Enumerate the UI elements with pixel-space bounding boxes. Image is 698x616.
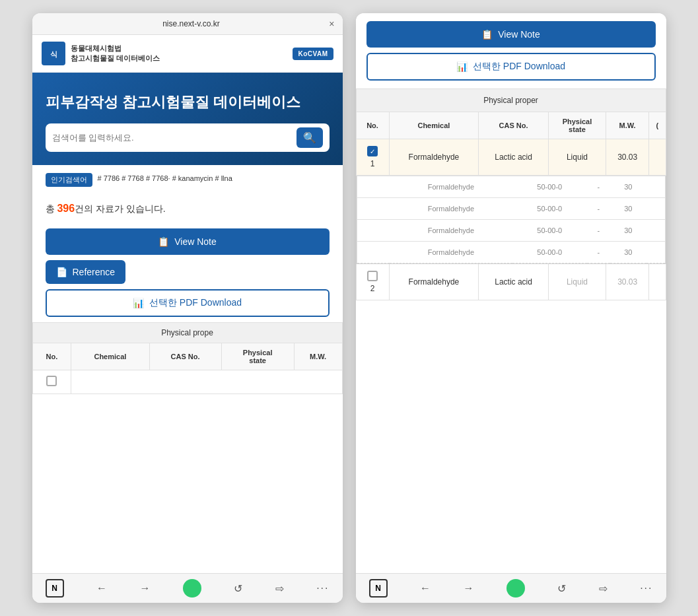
- right-sub-rows-container: Formaldehyde 50-00-0 - 30 Formaldehyde 5…: [356, 176, 666, 264]
- right-table-row-1: ✓ 1 Formaldehyde Lactic acid Liquid 30.0…: [356, 139, 666, 176]
- nav-share-button[interactable]: ⇨: [275, 582, 284, 595]
- right-bottom-nav: N ← → ↺ ⇨ ···: [356, 573, 666, 603]
- right-row2-checkbox[interactable]: [367, 271, 378, 281]
- note-icon: 📋: [158, 236, 169, 247]
- total-count: 총 396건의 자료가 있습니다.: [32, 195, 343, 223]
- right-phone: 📋 View Note 📊 선택한 PDF Download Physical …: [356, 13, 666, 603]
- row-checkbox[interactable]: [46, 376, 57, 386]
- pdf-icon: 📊: [133, 298, 144, 308]
- right-nav-forward-button[interactable]: →: [463, 582, 473, 594]
- right-col-no: No.: [356, 112, 389, 139]
- nav-n-button[interactable]: N: [46, 579, 64, 598]
- sub2-ps: -: [587, 198, 610, 220]
- logo-icon: 식: [42, 42, 65, 65]
- browser-url: nise.next-v.co.kr: [162, 19, 219, 28]
- browser-bar: nise.next-v.co.kr ×: [32, 13, 343, 35]
- right-table-row-2: 2 Formaldehyde Lactic acid Liquid 30.03: [356, 264, 666, 300]
- right-nav-share-button[interactable]: ⇨: [599, 582, 608, 595]
- search-input[interactable]: [52, 133, 291, 143]
- col-physical-state: Physicalstate: [221, 343, 294, 370]
- table-row: [32, 370, 342, 394]
- right-row2-chemical: Formaldehyde: [389, 264, 479, 300]
- sub2-cas: 50-00-0: [512, 198, 587, 220]
- right-col-chemical: Chemical: [389, 112, 479, 139]
- site-header-left: 식 동물대체시험법 참고시험물질 데이터베이스: [42, 42, 160, 65]
- right-sub-row-2: Formaldehyde 50-00-0 - 30: [357, 198, 665, 220]
- sub3-chemical: Formaldehyde: [390, 220, 512, 242]
- right-table-wrapper: Physical proper No. Chemical CAS No. Phy…: [356, 88, 666, 573]
- right-row2-cas: Lactic acid: [479, 264, 549, 300]
- nav-reload-button[interactable]: ↺: [234, 582, 242, 595]
- sub3-mw: 30: [610, 220, 646, 242]
- right-nav-home-button[interactable]: [506, 579, 525, 598]
- popular-label[interactable]: 인기검색어: [46, 173, 92, 187]
- nav-home-button[interactable]: [183, 579, 201, 598]
- col-cas: CAS No.: [149, 343, 221, 370]
- right-row2-physical-state: Liquid: [548, 264, 606, 300]
- right-col-physical-state: Physicalstate: [548, 112, 606, 139]
- right-row1-no: ✓ 1: [356, 139, 389, 176]
- sub1-ps: -: [587, 176, 610, 198]
- nav-forward-button[interactable]: →: [139, 582, 150, 594]
- right-row1-checkbox[interactable]: ✓: [367, 146, 378, 156]
- bottom-nav: N ← → ↺ ⇨ ···: [32, 573, 343, 603]
- right-nav-n-button[interactable]: N: [369, 579, 388, 598]
- col-mw: M.W.: [294, 343, 342, 370]
- sub4-chemical: Formaldehyde: [390, 242, 512, 263]
- search-button[interactable]: 🔍: [297, 127, 323, 148]
- right-nav-back-button[interactable]: ←: [420, 582, 431, 594]
- sub4-mw: 30: [610, 242, 646, 263]
- reference-button[interactable]: 📄 Reference: [46, 260, 126, 284]
- right-row1-mw: 30.03: [606, 139, 649, 176]
- right-row2-mw: 30.03: [606, 264, 649, 300]
- table-section: Physical prope No. Chemical CAS No. Phys…: [32, 322, 343, 573]
- action-buttons: 📋 View Note 📄 Reference 📊 선택한 PDF Downlo…: [32, 223, 343, 322]
- right-row1-cas: Lactic acid: [479, 139, 549, 176]
- kocvam-badge: KoCVAM: [293, 48, 333, 60]
- right-row1-physical-state: Liquid: [548, 139, 606, 176]
- right-action-buttons: 📋 View Note 📊 선택한 PDF Download: [356, 13, 666, 88]
- right-row1-chemical: Formaldehyde: [389, 139, 479, 176]
- reference-icon: 📄: [56, 267, 67, 277]
- svg-text:식: 식: [50, 50, 57, 58]
- sub3-cas: 50-00-0: [512, 220, 587, 242]
- right-row1-extra: [649, 139, 666, 176]
- right-data-table: Physical proper No. Chemical CAS No. Phy…: [356, 88, 666, 300]
- col-no: No.: [32, 343, 71, 370]
- sub2-mw: 30: [610, 198, 646, 220]
- site-title: 동물대체시험법 참고시험물질 데이터베이스: [71, 44, 160, 64]
- left-phone: nise.next-v.co.kr × 식 동물대체시험법 참고시험물질 데이터…: [32, 13, 343, 603]
- browser-close-button[interactable]: ×: [329, 18, 334, 29]
- view-note-button[interactable]: 📋 View Note: [46, 228, 330, 255]
- right-row2-no: 2: [356, 264, 389, 300]
- hero-section: 피부감작성 참고시험물질 데이터베이스 🔍: [32, 73, 343, 165]
- pdf-download-button[interactable]: 📊 선택한 PDF Download: [46, 289, 330, 317]
- col-chemical: Chemical: [71, 343, 149, 370]
- right-physical-prop-header: Physical proper: [356, 89, 666, 112]
- right-col-mw: M.W.: [606, 112, 649, 139]
- count-number: 396: [57, 203, 75, 214]
- right-row2-extra: [649, 264, 666, 300]
- search-box: 🔍: [46, 123, 330, 152]
- nav-back-button[interactable]: ←: [96, 582, 107, 594]
- right-pdf-icon: 📊: [456, 61, 468, 72]
- physical-prop-header: Physical prope: [32, 322, 342, 343]
- sub2-chemical: Formaldehyde: [390, 198, 512, 220]
- right-sub-row-3: Formaldehyde 50-00-0 - 30: [357, 220, 665, 242]
- right-nav-more-button[interactable]: ···: [640, 582, 652, 594]
- right-pdf-download-button[interactable]: 📊 선택한 PDF Download: [366, 53, 656, 81]
- right-sub-row-1: Formaldehyde 50-00-0 - 30: [357, 176, 665, 198]
- site-header: 식 동물대체시험법 참고시험물질 데이터베이스 KoCVAM: [32, 35, 343, 73]
- right-col-cas: CAS No.: [479, 112, 549, 139]
- sub1-chemical: Formaldehyde: [390, 176, 512, 198]
- sub3-ps: -: [587, 220, 610, 242]
- sub1-mw: 30: [610, 176, 646, 198]
- right-view-note-button[interactable]: 📋 View Note: [366, 21, 656, 48]
- right-sub-row-4: Formaldehyde 50-00-0 - 30: [357, 242, 665, 263]
- sub1-cas: 50-00-0: [512, 176, 587, 198]
- sub4-ps: -: [587, 242, 610, 263]
- right-col-extra: (: [649, 112, 666, 139]
- nav-more-button[interactable]: ···: [316, 582, 329, 594]
- right-nav-reload-button[interactable]: ↺: [557, 582, 566, 595]
- sub4-cas: 50-00-0: [512, 242, 587, 263]
